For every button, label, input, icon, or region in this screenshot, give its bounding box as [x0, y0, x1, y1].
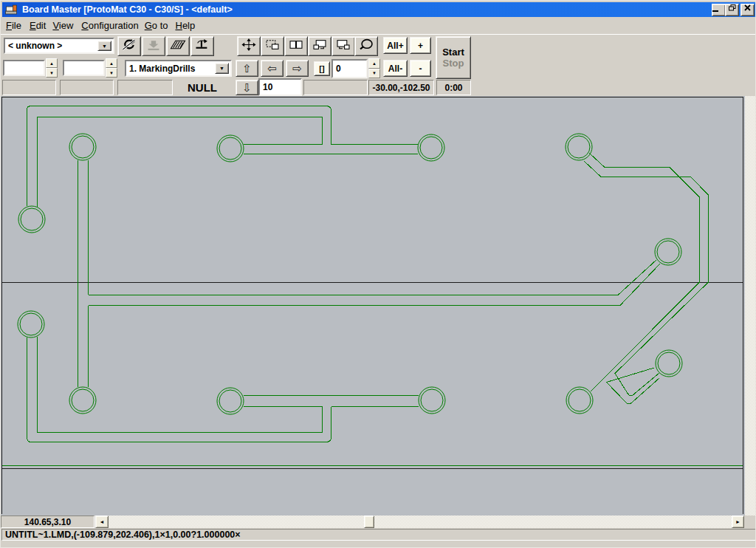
- minimize-icon: [712, 10, 718, 12]
- step-forward-button[interactable]: [331, 36, 355, 56]
- up-arrow-icon: ⇧: [242, 63, 252, 74]
- down-arrow-icon: ⇩: [242, 82, 252, 93]
- start-stop-button[interactable]: Start Stop: [436, 36, 471, 79]
- menu-item-go-to[interactable]: Go to: [145, 20, 168, 31]
- rotate-tool-icon: [121, 38, 137, 54]
- tool-change-button[interactable]: [190, 36, 214, 56]
- pad-circle: [655, 239, 681, 265]
- step-back-button[interactable]: [308, 36, 331, 56]
- minimize-button[interactable]: [712, 4, 726, 16]
- status-cell-2: [60, 80, 114, 95]
- trace-isolation-path: [38, 337, 323, 433]
- plus-button[interactable]: +: [410, 37, 431, 54]
- window-title: Board Master [ProtoMat C30 - C30/S] - <d…: [22, 4, 233, 15]
- step-forward-icon: [335, 38, 351, 54]
- step-back-icon: [312, 38, 328, 54]
- status-cell-1: [2, 80, 56, 95]
- zoom-icon: [358, 38, 374, 54]
- trace-isolation-path: [27, 338, 331, 442]
- left-arrow-icon: ⇦: [267, 63, 277, 74]
- move-left-button[interactable]: ⇦: [261, 60, 284, 77]
- phase-select-value: 1. MarkingDrills: [129, 64, 195, 74]
- restore-button[interactable]: [725, 4, 739, 16]
- right-arrow-icon: ⇨: [292, 63, 302, 74]
- pad-circle: [419, 387, 445, 414]
- spin-up-icon[interactable]: ▲: [368, 58, 380, 69]
- x-coordinate-stepper[interactable]: ▲ ▼: [46, 58, 58, 78]
- tool-select-value: < unknown >: [8, 41, 62, 51]
- job-time-readout: 0:00: [436, 80, 471, 95]
- start-label: Start: [442, 47, 464, 58]
- close-button[interactable]: [740, 4, 755, 16]
- hatch-area-icon: [170, 38, 186, 54]
- head-position-readout: -30.00,-102.50: [368, 80, 434, 95]
- spin-up-icon[interactable]: ▲: [46, 58, 58, 68]
- pad-circle: [657, 241, 679, 263]
- pad-circle: [656, 350, 682, 377]
- pad-circle: [217, 388, 244, 414]
- step-size-field[interactable]: 10: [258, 78, 302, 96]
- spin-down-icon[interactable]: ▼: [46, 68, 58, 78]
- brackets-button[interactable]: []: [314, 61, 330, 76]
- phase-select-combo[interactable]: 1. MarkingDrills ▼: [125, 60, 232, 77]
- chevron-down-icon[interactable]: ▼: [97, 41, 111, 51]
- menu-item-file[interactable]: File: [6, 20, 21, 31]
- pad-circle: [219, 137, 241, 160]
- pad-circle: [18, 206, 45, 233]
- spin-down-icon[interactable]: ▼: [368, 69, 380, 79]
- menu-item-edit[interactable]: Edit: [30, 20, 46, 31]
- scroll-right-button[interactable]: ►: [732, 516, 744, 528]
- scroll-left-button[interactable]: ◄: [95, 516, 109, 528]
- move-right-button[interactable]: ⇨: [286, 60, 309, 77]
- pad-circle: [568, 389, 591, 411]
- horizontal-scrollbar[interactable]: [109, 516, 732, 528]
- status-cell-4: [303, 80, 368, 95]
- place-down-button[interactable]: [142, 36, 165, 56]
- count-field[interactable]: 0: [331, 59, 368, 78]
- tool-select-combo[interactable]: < unknown > ▼: [4, 38, 114, 54]
- y-coordinate-stepper[interactable]: ▲ ▼: [106, 58, 117, 78]
- all-plus-button[interactable]: All+: [383, 37, 408, 54]
- minus-button[interactable]: -: [410, 60, 431, 77]
- trace-isolation-path: [38, 117, 323, 208]
- trace-isolation-path: [589, 153, 700, 391]
- restore-icon: [729, 4, 736, 11]
- taskbar: [1, 542, 756, 548]
- place-down-icon: [145, 38, 162, 54]
- menu-item-help[interactable]: Help: [175, 20, 195, 31]
- cursor-position-readout: 140.65,3.10: [1, 516, 94, 528]
- move-button[interactable]: [237, 36, 261, 56]
- horizontal-scroll-thumb[interactable]: [364, 516, 374, 528]
- select-copy-button[interactable]: [261, 36, 284, 56]
- move-down-button[interactable]: ⇩: [236, 80, 258, 95]
- hatch-area-button[interactable]: [166, 36, 190, 56]
- trace-isolation-path: [89, 260, 657, 295]
- pad-circle: [219, 390, 241, 412]
- count-stepper[interactable]: ▲ ▼: [368, 58, 380, 78]
- duplicate-button[interactable]: [284, 36, 308, 56]
- pad-circle: [421, 389, 443, 411]
- pad-circle: [20, 313, 42, 335]
- status-bar: UNTITL~1.LMD,(-109.879,202.406),1×1,0.00…: [1, 528, 756, 541]
- zoom-button[interactable]: [354, 36, 378, 56]
- menu-item-view[interactable]: View: [52, 20, 73, 31]
- move-up-button[interactable]: ⇧: [236, 60, 258, 77]
- x-coordinate-field[interactable]: [3, 60, 45, 76]
- pad-circle: [420, 137, 442, 159]
- board-canvas[interactable]: [1, 96, 745, 516]
- y-coordinate-field[interactable]: [63, 60, 105, 76]
- menu-item-configuration[interactable]: Configuration: [81, 20, 138, 31]
- tool-status-label: NULL: [175, 80, 230, 95]
- vertical-scrollbar[interactable]: ▲ ▼: [745, 96, 756, 516]
- status-cell-3: [117, 80, 173, 95]
- spin-up-icon[interactable]: ▲: [106, 58, 117, 68]
- toolbar: < unknown > ▼ All+ + All- - Start Stop ▲…: [1, 34, 756, 97]
- pad-circle: [69, 134, 96, 160]
- all-minus-button[interactable]: All-: [383, 60, 408, 77]
- rotate-tool-button[interactable]: [117, 36, 141, 56]
- spin-down-icon[interactable]: ▼: [106, 68, 117, 78]
- title-bar[interactable]: Board Master [ProtoMat C30 - C30/S] - <d…: [2, 2, 755, 17]
- select-copy-icon: [264, 38, 281, 54]
- trace-isolation-path: [89, 264, 661, 306]
- chevron-down-icon[interactable]: ▼: [215, 63, 229, 74]
